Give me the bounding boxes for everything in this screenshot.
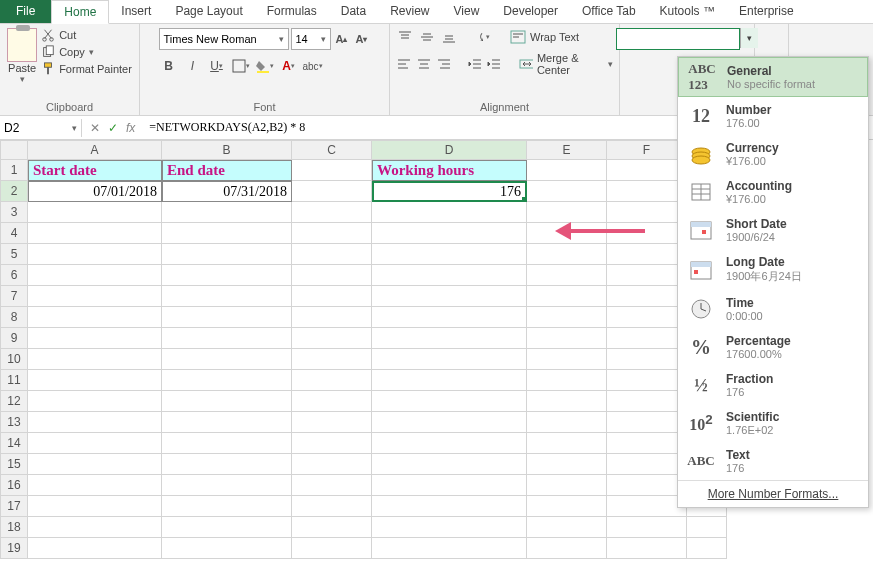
- cell-F13[interactable]: [607, 412, 687, 433]
- cell-D15[interactable]: [372, 454, 527, 475]
- cell-D10[interactable]: [372, 349, 527, 370]
- cell-C16[interactable]: [292, 475, 372, 496]
- increase-indent-button[interactable]: [486, 55, 502, 73]
- cell-F7[interactable]: [607, 286, 687, 307]
- orientation-button[interactable]: ⤹▾: [474, 28, 492, 46]
- cell-E16[interactable]: [527, 475, 607, 496]
- fmt-general[interactable]: ABC123 GeneralNo specific format: [678, 57, 868, 97]
- cell-B3[interactable]: [162, 202, 292, 223]
- tab-view[interactable]: View: [442, 0, 492, 23]
- number-format-arrow[interactable]: ▾: [740, 28, 758, 48]
- cell-D4[interactable]: [372, 223, 527, 244]
- cell-E9[interactable]: [527, 328, 607, 349]
- tab-home[interactable]: Home: [51, 0, 109, 24]
- bold-button[interactable]: B: [159, 56, 179, 76]
- cell-C1[interactable]: [292, 160, 372, 181]
- tab-data[interactable]: Data: [329, 0, 378, 23]
- cell-F15[interactable]: [607, 454, 687, 475]
- align-right-button[interactable]: [436, 55, 452, 73]
- fmt-fraction[interactable]: ½ Fraction176: [678, 366, 868, 404]
- cell-F9[interactable]: [607, 328, 687, 349]
- cell-F10[interactable]: [607, 349, 687, 370]
- tab-file[interactable]: File: [0, 0, 51, 23]
- cell-B11[interactable]: [162, 370, 292, 391]
- cell-C19[interactable]: [292, 538, 372, 559]
- row-head-19[interactable]: 19: [0, 538, 28, 559]
- cell-F18[interactable]: [607, 517, 687, 538]
- cell-A1[interactable]: Start date: [28, 160, 162, 181]
- cell-D8[interactable]: [372, 307, 527, 328]
- cell-F12[interactable]: [607, 391, 687, 412]
- cell-D18[interactable]: [372, 517, 527, 538]
- cell-E13[interactable]: [527, 412, 607, 433]
- cell-E7[interactable]: [527, 286, 607, 307]
- cell-A6[interactable]: [28, 265, 162, 286]
- cell-B5[interactable]: [162, 244, 292, 265]
- fmt-shortdate[interactable]: Short Date1900/6/24: [678, 211, 868, 249]
- cell-F6[interactable]: [607, 265, 687, 286]
- cell-C11[interactable]: [292, 370, 372, 391]
- cell-C17[interactable]: [292, 496, 372, 517]
- cell-E6[interactable]: [527, 265, 607, 286]
- cell-A15[interactable]: [28, 454, 162, 475]
- format-painter-button[interactable]: Format Painter: [41, 62, 132, 76]
- border-button[interactable]: ▾: [231, 56, 251, 76]
- cell-E15[interactable]: [527, 454, 607, 475]
- cell-E2[interactable]: [527, 181, 607, 202]
- align-bottom-button[interactable]: [440, 28, 458, 46]
- fmt-percentage[interactable]: % Percentage17600.00%: [678, 328, 868, 366]
- cell-F2[interactable]: [607, 181, 687, 202]
- cell-F19[interactable]: [607, 538, 687, 559]
- font-color-button[interactable]: A▾: [279, 56, 299, 76]
- cell-D16[interactable]: [372, 475, 527, 496]
- fmt-time[interactable]: Time0:00:00: [678, 290, 868, 328]
- cell-F11[interactable]: [607, 370, 687, 391]
- cell-B8[interactable]: [162, 307, 292, 328]
- tab-office-tab[interactable]: Office Tab: [570, 0, 648, 23]
- fill-color-button[interactable]: ▾: [255, 56, 275, 76]
- cell-F14[interactable]: [607, 433, 687, 454]
- align-left-button[interactable]: [396, 55, 412, 73]
- cell-D19[interactable]: [372, 538, 527, 559]
- fmt-more[interactable]: More Number Formats...: [678, 480, 868, 507]
- fmt-longdate[interactable]: Long Date1900年6月24日: [678, 249, 868, 290]
- row-head-6[interactable]: 6: [0, 265, 28, 286]
- fmt-number[interactable]: 12 Number176.00: [678, 97, 868, 135]
- tab-enterprise[interactable]: Enterprise: [727, 0, 806, 23]
- fmt-accounting[interactable]: Accounting¥176.00: [678, 173, 868, 211]
- cell-C14[interactable]: [292, 433, 372, 454]
- cell-A10[interactable]: [28, 349, 162, 370]
- number-format-select[interactable]: [616, 28, 740, 50]
- col-head-E[interactable]: E: [527, 140, 607, 160]
- tab-developer[interactable]: Developer: [491, 0, 570, 23]
- cell-B18[interactable]: [162, 517, 292, 538]
- cell-A3[interactable]: [28, 202, 162, 223]
- cell-A19[interactable]: [28, 538, 162, 559]
- row-head-16[interactable]: 16: [0, 475, 28, 496]
- row-head-8[interactable]: 8: [0, 307, 28, 328]
- italic-button[interactable]: I: [183, 56, 203, 76]
- cell-A9[interactable]: [28, 328, 162, 349]
- cell-A8[interactable]: [28, 307, 162, 328]
- cell-D6[interactable]: [372, 265, 527, 286]
- row-head-3[interactable]: 3: [0, 202, 28, 223]
- row-head-10[interactable]: 10: [0, 349, 28, 370]
- copy-button[interactable]: Copy ▾: [41, 45, 132, 59]
- cell-F17[interactable]: [607, 496, 687, 517]
- cell-E5[interactable]: [527, 244, 607, 265]
- row-head-15[interactable]: 15: [0, 454, 28, 475]
- cell-D5[interactable]: [372, 244, 527, 265]
- cell-F5[interactable]: [607, 244, 687, 265]
- cell-B15[interactable]: [162, 454, 292, 475]
- row-head-18[interactable]: 18: [0, 517, 28, 538]
- cell-B19[interactable]: [162, 538, 292, 559]
- cell-D12[interactable]: [372, 391, 527, 412]
- cancel-formula-icon[interactable]: ✕: [90, 121, 100, 135]
- row-head-2[interactable]: 2: [0, 181, 28, 202]
- cell-C9[interactable]: [292, 328, 372, 349]
- cell-A12[interactable]: [28, 391, 162, 412]
- cell-E14[interactable]: [527, 433, 607, 454]
- row-head-11[interactable]: 11: [0, 370, 28, 391]
- cell-B12[interactable]: [162, 391, 292, 412]
- font-size-select[interactable]: 14▾: [291, 28, 331, 50]
